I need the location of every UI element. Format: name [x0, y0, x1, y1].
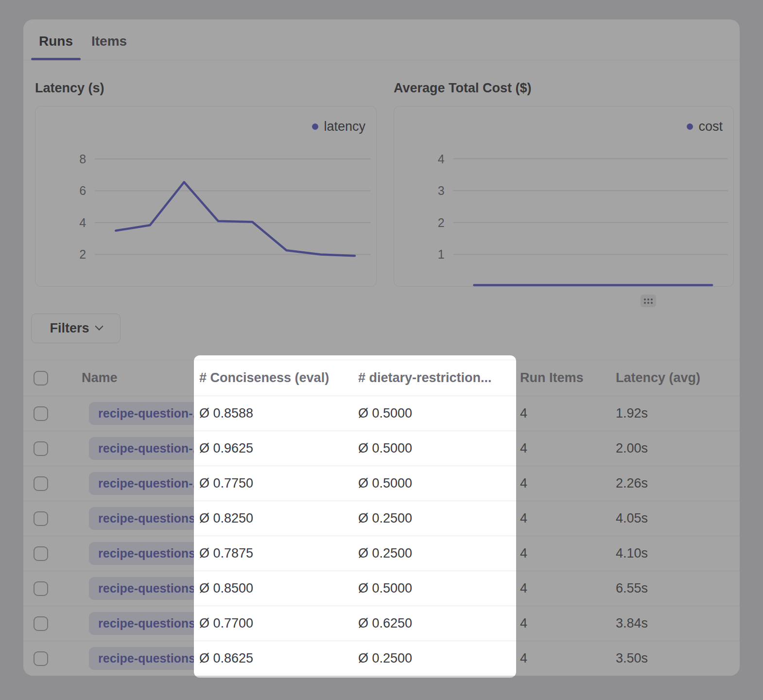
header-conciseness: # Conciseness (eval) [194, 370, 353, 385]
table-row[interactable]: recipe-question-... Ø 0.9625 Ø 0.5000 4 … [23, 431, 740, 466]
dietary-restriction-cell: Ø 0.5000 [353, 406, 516, 421]
run-name-cell: recipe-questions... [58, 507, 194, 530]
run-name-badge[interactable]: recipe-questions... [89, 577, 194, 600]
table-row[interactable]: recipe-question-... Ø 0.7750 Ø 0.5000 4 … [23, 466, 740, 501]
filters-button[interactable]: Filters [31, 314, 121, 343]
grip-dot [644, 298, 646, 300]
row-checkbox-cell [23, 581, 58, 596]
tab-items[interactable]: Items [84, 19, 135, 60]
svg-text:8: 8 [79, 152, 86, 166]
row-checkbox[interactable] [34, 651, 48, 666]
row-checkbox[interactable] [34, 546, 48, 561]
row-checkbox-cell [23, 616, 58, 631]
run-items-cell: 4 [516, 546, 612, 561]
grip-dot [647, 302, 649, 304]
table-header-row: Name # Conciseness (eval) # dietary-rest… [23, 360, 740, 396]
row-checkbox[interactable] [34, 406, 48, 421]
grip-dot [644, 302, 646, 304]
run-items-cell: 4 [516, 441, 612, 456]
run-name-badge[interactable]: recipe-questions... [89, 507, 194, 530]
table-row[interactable]: recipe-questions... Ø 0.7875 Ø 0.2500 4 … [23, 536, 740, 571]
header-latency-avg: Latency (avg) [612, 370, 740, 385]
conciseness-cell: Ø 0.7875 [194, 546, 353, 561]
header-name: Name [58, 370, 194, 385]
table-row[interactable]: recipe-questions... Ø 0.8250 Ø 0.2500 4 … [23, 501, 740, 536]
header-run-items: Run Items [516, 370, 612, 385]
header-checkbox-cell [23, 371, 58, 385]
tab-runs[interactable]: Runs [31, 19, 81, 60]
dietary-restriction-cell: Ø 0.2500 [353, 511, 516, 526]
runs-panel: Runs Items Latency (s) Average Total Cos… [23, 19, 740, 676]
legend-dot-icon [312, 123, 318, 130]
run-name-cell: recipe-questions... [58, 542, 194, 565]
legend-label: cost [698, 119, 723, 134]
grip-dot [647, 298, 649, 300]
dietary-restriction-cell: Ø 0.2500 [353, 546, 516, 561]
latency-avg-cell: 6.55s [612, 581, 740, 596]
row-checkbox-cell [23, 406, 58, 421]
run-name-badge[interactable]: recipe-question-... [89, 437, 194, 460]
run-name-badge[interactable]: recipe-questions... [89, 542, 194, 565]
conciseness-cell: Ø 0.8588 [194, 406, 353, 421]
dietary-restriction-cell: Ø 0.6250 [353, 616, 516, 631]
grip-dot [651, 298, 653, 300]
run-items-cell: 4 [516, 511, 612, 526]
run-name-badge[interactable]: recipe-question-... [89, 402, 194, 425]
conciseness-cell: Ø 0.9625 [194, 441, 353, 456]
conciseness-cell: Ø 0.8625 [194, 651, 353, 666]
conciseness-cell: Ø 0.8500 [194, 581, 353, 596]
latency-chart-title: Latency (s) [35, 79, 104, 97]
latency-avg-cell: 3.84s [612, 616, 740, 631]
header-dietary-restriction: # dietary-restriction... [353, 370, 516, 385]
run-items-cell: 4 [516, 581, 612, 596]
grip-dot [651, 302, 653, 304]
row-checkbox[interactable] [34, 511, 48, 526]
table-row[interactable]: recipe-questions... Ø 0.8625 Ø 0.2500 4 … [23, 641, 740, 676]
svg-text:4: 4 [79, 216, 86, 229]
svg-text:1: 1 [438, 247, 445, 261]
latency-avg-cell: 4.10s [612, 546, 740, 561]
legend-dot-icon [687, 123, 693, 130]
run-name-badge[interactable]: recipe-questions... [89, 647, 194, 670]
filters-button-label: Filters [50, 321, 89, 336]
row-checkbox[interactable] [34, 476, 48, 491]
row-checkbox-cell [23, 651, 58, 666]
conciseness-cell: Ø 0.7750 [194, 476, 353, 491]
select-all-checkbox[interactable] [34, 371, 48, 385]
drag-handle-icon[interactable] [641, 295, 656, 307]
latency-chart-panel: 8642 latency [35, 106, 377, 287]
run-name-cell: recipe-question-... [58, 402, 194, 425]
run-items-cell: 4 [516, 616, 612, 631]
dietary-restriction-cell: Ø 0.2500 [353, 651, 516, 666]
run-items-cell: 4 [516, 476, 612, 491]
dietary-restriction-cell: Ø 0.5000 [353, 476, 516, 491]
cost-chart-panel: 4321 cost [394, 106, 734, 287]
table-row[interactable]: recipe-questions... Ø 0.7700 Ø 0.6250 4 … [23, 606, 740, 641]
cost-chart-legend: cost [687, 119, 723, 134]
run-name-badge[interactable]: recipe-questions... [89, 612, 194, 635]
tab-items-label: Items [91, 34, 127, 49]
latency-avg-cell: 1.92s [612, 406, 740, 421]
svg-text:6: 6 [79, 184, 86, 198]
chevron-down-icon [95, 322, 103, 330]
row-checkbox[interactable] [34, 616, 48, 631]
latency-avg-cell: 2.00s [612, 441, 740, 456]
run-items-cell: 4 [516, 651, 612, 666]
table-row[interactable]: recipe-question-... Ø 0.8588 Ø 0.5000 4 … [23, 396, 740, 431]
row-checkbox-cell [23, 476, 58, 491]
run-name-cell: recipe-question-... [58, 472, 194, 495]
row-checkbox[interactable] [34, 581, 48, 596]
dietary-restriction-cell: Ø 0.5000 [353, 441, 516, 456]
run-name-cell: recipe-questions... [58, 612, 194, 635]
dietary-restriction-cell: Ø 0.5000 [353, 581, 516, 596]
svg-text:2: 2 [79, 248, 86, 262]
svg-text:4: 4 [438, 152, 445, 166]
run-name-badge[interactable]: recipe-question-... [89, 472, 194, 495]
table-row[interactable]: recipe-questions... Ø 0.8500 Ø 0.5000 4 … [23, 571, 740, 606]
run-name-cell: recipe-questions... [58, 647, 194, 670]
cost-chart: 4321 [394, 106, 733, 286]
row-checkbox[interactable] [34, 441, 48, 456]
tab-runs-label: Runs [39, 34, 73, 49]
latency-chart-legend: latency [312, 119, 365, 134]
conciseness-cell: Ø 0.8250 [194, 511, 353, 526]
